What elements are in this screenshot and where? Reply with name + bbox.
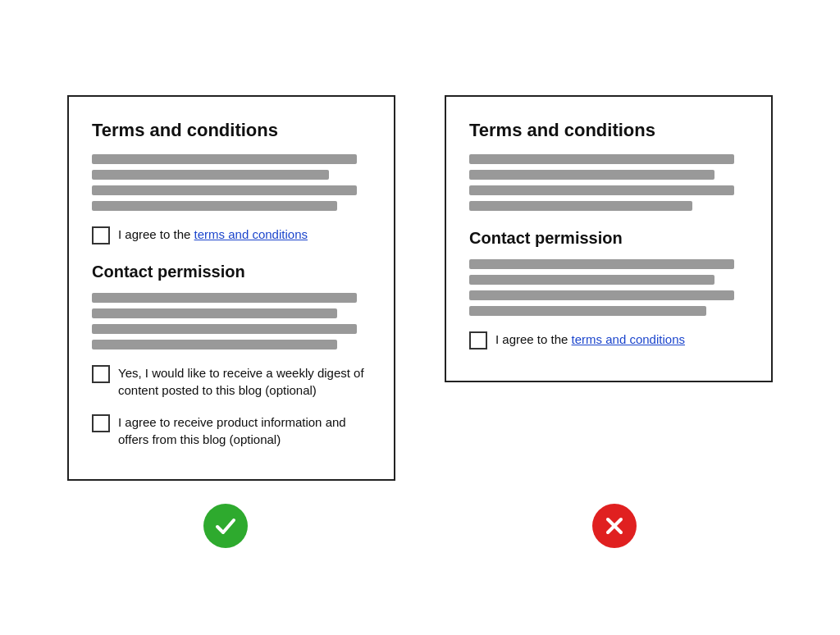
- left-terms-text-block: [92, 154, 371, 211]
- main-row: Terms and conditions I agree to the term…: [34, 71, 806, 481]
- right-card-title: Terms and conditions: [469, 120, 748, 141]
- left-contact-text-block: [92, 293, 371, 349]
- text-line: [92, 154, 357, 164]
- left-agree-checkbox[interactable]: [92, 226, 110, 244]
- right-agree-label: I agree to the terms and conditions: [495, 331, 685, 348]
- left-card: Terms and conditions I agree to the term…: [67, 95, 395, 481]
- agree-text: I agree to the: [495, 332, 572, 346]
- text-line: [92, 170, 329, 180]
- left-checkbox1[interactable]: [92, 365, 110, 383]
- green-check-icon: [203, 504, 248, 548]
- checkmark-svg: [212, 513, 239, 539]
- text-line: [469, 275, 714, 285]
- bottom-row: [203, 504, 637, 564]
- right-agree-checkbox-row: I agree to the terms and conditions: [469, 331, 748, 349]
- xmark-svg: [601, 513, 628, 539]
- text-line: [92, 308, 337, 318]
- text-line: [469, 185, 734, 195]
- right-terms-link[interactable]: terms and conditions: [572, 332, 685, 346]
- right-terms-text-block: [469, 154, 748, 211]
- text-line: [92, 340, 337, 349]
- left-agree-checkbox-row: I agree to the terms and conditions: [92, 226, 371, 244]
- text-line: [92, 185, 357, 195]
- text-line: [469, 170, 714, 180]
- left-contact-title: Contact permission: [92, 263, 371, 281]
- left-terms-link[interactable]: terms and conditions: [194, 227, 308, 241]
- left-checkbox2-label: I agree to receive product information a…: [118, 413, 371, 448]
- right-contact-text-block: [469, 259, 748, 316]
- left-checkbox2-row: I agree to receive product information a…: [92, 413, 371, 448]
- agree-text: I agree to the: [118, 227, 194, 241]
- text-line: [469, 154, 734, 164]
- red-x-icon: [592, 504, 637, 548]
- text-line: [469, 201, 692, 211]
- left-card-title: Terms and conditions: [92, 120, 371, 141]
- text-line: [92, 324, 357, 334]
- text-line: [92, 293, 357, 303]
- text-line: [469, 259, 734, 269]
- text-line: [92, 201, 337, 211]
- text-line: [469, 306, 706, 316]
- left-checkbox1-label: Yes, I would like to receive a weekly di…: [118, 364, 371, 399]
- left-checkbox2[interactable]: [92, 414, 110, 432]
- right-contact-title: Contact permission: [469, 229, 748, 248]
- left-checkbox1-row: Yes, I would like to receive a weekly di…: [92, 364, 371, 399]
- left-agree-label: I agree to the terms and conditions: [118, 226, 308, 243]
- right-agree-checkbox[interactable]: [469, 331, 487, 349]
- text-line: [469, 290, 734, 300]
- right-card: Terms and conditions Contact permission …: [445, 95, 773, 382]
